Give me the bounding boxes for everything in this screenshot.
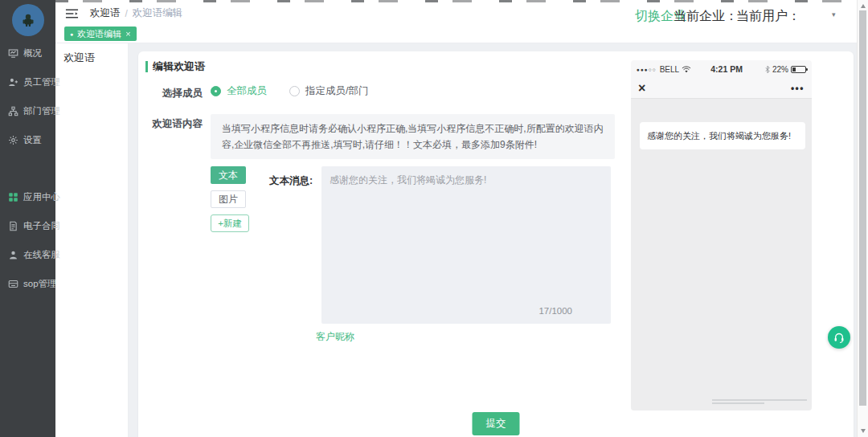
battery-icon: [791, 66, 806, 73]
radio-specified-members-label[interactable]: 指定成员/部门: [305, 84, 368, 98]
tab-welcome-edit[interactable]: ● 欢迎语编辑 ×: [64, 27, 137, 41]
faint-watermark: [712, 399, 807, 409]
sidebar-item-department[interactable]: 部门管理: [0, 96, 55, 125]
section-title: 编辑欢迎语: [145, 59, 205, 74]
text-message-label: 文本消息:: [269, 174, 313, 188]
e-contract-icon: [8, 221, 18, 231]
app-root: 概况 员工管理 部门管理 设置 应用中心 电子合同: [0, 0, 868, 437]
notice-box: 当填写小程序信息时请务必确认小程序正确,当填写小程序信息不正确时,所配置的欢迎语…: [211, 114, 615, 159]
breadcrumb-current: 欢迎语编辑: [133, 6, 183, 20]
sidebar-item-staff[interactable]: 员工管理: [0, 67, 55, 96]
mascot-icon: [20, 12, 36, 28]
phone-chat-area: 感谢您的关注，我们将竭诚为您服务!: [631, 99, 812, 410]
sidebar-item-online-service[interactable]: 在线客服: [0, 240, 55, 269]
tab-active-dot-icon: ●: [70, 31, 73, 37]
scrollbar-down-icon[interactable]: [861, 429, 866, 433]
phone-close-icon[interactable]: ×: [638, 82, 645, 95]
phone-status-bar: ●●●○○ BELL 4:21 PM 22%: [631, 60, 812, 78]
phone-time: 4:21 PM: [688, 64, 765, 74]
phone-status-right: 22%: [765, 65, 806, 74]
message-textarea-wrap: 感谢您的关注，我们将竭诚为您服务! 17/1000: [321, 166, 611, 324]
message-textarea[interactable]: 感谢您的关注，我们将竭诚为您服务!: [321, 166, 611, 324]
sidebar-item-e-contract[interactable]: 电子合同: [0, 211, 55, 240]
company-logo[interactable]: [12, 4, 44, 36]
current-user-label: 当前用户：: [736, 8, 800, 25]
section-title-text: 编辑欢迎语: [153, 59, 205, 74]
submit-button[interactable]: 提交: [473, 412, 520, 435]
phone-more-icon[interactable]: •••: [791, 83, 805, 94]
phone-preview: ●●●○○ BELL 4:21 PM 22% × ••• 感谢您的关注，我们将竭…: [631, 60, 812, 410]
member-select-label: 选择成员: [138, 87, 203, 100]
battery-percent: 22%: [772, 65, 788, 74]
department-management-icon: [8, 106, 18, 116]
sidebar-item-label: 设置: [23, 134, 42, 146]
signal-dots-icon: ●●●○○: [637, 67, 657, 72]
radio-all-members-label[interactable]: 全部成员: [227, 84, 267, 98]
sidebar: 概况 员工管理 部门管理 设置 应用中心 电子合同: [0, 0, 55, 437]
member-radio-group: 全部成员 指定成员/部门: [211, 84, 368, 98]
sop-management-icon: [8, 279, 18, 289]
collapse-menu-icon[interactable]: [65, 8, 79, 19]
breadcrumb-separator: /: [125, 8, 128, 19]
sidebar-item-label: 应用中心: [23, 191, 60, 203]
tab-close-icon[interactable]: ×: [125, 29, 130, 39]
sidebar-item-overview[interactable]: 概况: [0, 39, 55, 67]
sidebar-item-app-center[interactable]: 应用中心: [0, 182, 55, 211]
view-tab-bar: ● 欢迎语编辑 ×: [55, 24, 857, 43]
scrollbar-up-icon[interactable]: [861, 4, 866, 8]
sidebar-item-label: sop管理: [23, 278, 57, 290]
customer-service-fab[interactable]: [828, 326, 850, 349]
current-company-label: 当前企业：: [674, 8, 738, 25]
customer-nickname-link[interactable]: 客户昵称: [316, 330, 354, 344]
subnav-item-welcome[interactable]: 欢迎语: [55, 43, 128, 65]
phone-nav-bar: × •••: [631, 78, 812, 99]
user-menu-caret-icon[interactable]: ▾: [832, 10, 836, 18]
carrier-label: BELL: [660, 65, 679, 74]
overview-icon: [8, 48, 18, 59]
char-counter: 17/1000: [538, 306, 572, 316]
app-center-icon: [8, 192, 18, 202]
tab-text[interactable]: 文本: [211, 166, 246, 184]
radio-specified-members[interactable]: [289, 86, 300, 96]
staff-management-icon: [8, 77, 18, 88]
add-new-button[interactable]: +新建: [211, 214, 249, 232]
scrollbar-thumb[interactable]: [859, 10, 866, 406]
bluetooth-icon: [765, 65, 770, 74]
header: 欢迎语 / 欢迎语编辑 切换企业 当前企业： 当前用户： ▾: [55, 2, 857, 24]
title-accent-bar: [145, 61, 148, 72]
page-scrollbar[interactable]: [857, 0, 868, 437]
tab-image[interactable]: 图片: [211, 190, 246, 208]
sidebar-item-settings[interactable]: 设置: [0, 125, 55, 154]
settings-icon: [8, 135, 18, 145]
secondary-sidebar: 欢迎语: [55, 43, 129, 437]
tab-label: 欢迎语编辑: [77, 28, 121, 40]
attachment-tabs: 文本 图片 +新建: [211, 166, 251, 232]
breadcrumb-root[interactable]: 欢迎语: [90, 6, 121, 20]
welcome-message-bubble: 感谢您的关注，我们将竭诚为您服务!: [640, 122, 805, 149]
online-service-icon: [8, 250, 18, 260]
sidebar-item-label: 在线客服: [23, 249, 60, 261]
headset-icon: [833, 331, 845, 344]
welcome-content-label: 欢迎语内容: [138, 117, 203, 131]
radio-all-members[interactable]: [211, 86, 221, 96]
sidebar-item-label: 部门管理: [23, 105, 60, 117]
edit-welcome-card: 编辑欢迎语 选择成员 全部成员 指定成员/部门 欢迎语内容 当填写小程序信息时请…: [138, 51, 854, 437]
sidebar-item-label: 概况: [23, 47, 42, 59]
sidebar-item-label: 员工管理: [23, 76, 60, 88]
sidebar-item-label: 电子合同: [23, 220, 60, 232]
sidebar-item-sop[interactable]: sop管理: [0, 269, 55, 298]
